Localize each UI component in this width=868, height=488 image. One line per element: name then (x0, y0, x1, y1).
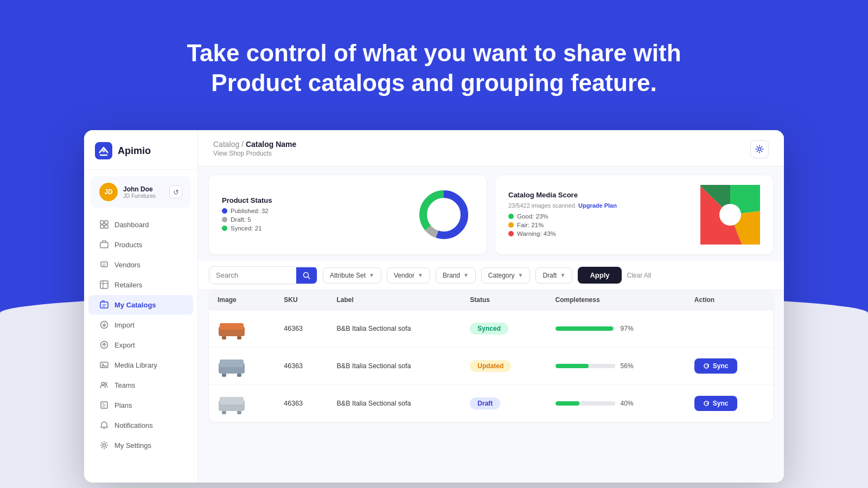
sync-button[interactable]: Sync (694, 396, 737, 411)
products-label: Products (114, 241, 142, 249)
svg-point-13 (102, 364, 104, 365)
vendor-label: Vendor (394, 272, 414, 279)
sidebar-logo-text: Apimio (118, 145, 151, 157)
table-wrapper: Image SKU Label Status Completeness Acti… (198, 290, 784, 483)
sidebar-item-vendors[interactable]: Vendors (88, 255, 193, 274)
progress-bar-fill (556, 326, 614, 331)
product-thumbnail (218, 391, 246, 415)
svg-rect-31 (222, 336, 226, 339)
search-input[interactable] (209, 267, 296, 284)
plans-icon (99, 400, 109, 410)
vendor-filter[interactable]: Vendor ▼ (387, 267, 430, 284)
my-catalogs-label: My Catalogs (114, 301, 156, 309)
nav-menu: Dashboard Products Vendors (84, 210, 197, 483)
view-shop-link[interactable]: View Shop Products (213, 150, 296, 157)
sidebar-item-products[interactable]: Products (88, 235, 193, 254)
svg-point-15 (105, 383, 107, 385)
draft-filter[interactable]: Draft ▼ (535, 267, 572, 284)
brand-filter[interactable]: Brand ▼ (436, 267, 476, 284)
sidebar-item-my-catalogs[interactable]: My Catalogs (88, 295, 193, 314)
clear-all-button[interactable]: Clear All (627, 272, 652, 279)
col-status: Status (461, 290, 546, 310)
table-header-row: Image SKU Label Status Completeness Acti… (209, 290, 773, 310)
import-icon (99, 320, 109, 330)
category-filter[interactable]: Category ▼ (481, 267, 531, 284)
svg-rect-36 (237, 374, 241, 377)
sidebar-item-dashboard[interactable]: Dashboard (88, 215, 193, 234)
search-button[interactable] (296, 267, 317, 284)
search-wrapper (209, 266, 317, 284)
col-completeness: Completeness (547, 290, 686, 310)
media-score-title: Catalog Media Score (508, 191, 617, 199)
progress-bar-fill (556, 364, 589, 368)
svg-rect-38 (220, 397, 244, 404)
svg-rect-40 (237, 411, 241, 414)
cell-label: B&B Italia Sectional sofa (328, 385, 461, 422)
teams-icon (99, 380, 109, 390)
sidebar-item-plans[interactable]: Plans (88, 395, 193, 415)
svg-rect-30 (220, 323, 244, 330)
upgrade-link[interactable]: Upgrade Plan (578, 202, 617, 209)
svg-point-14 (101, 382, 104, 385)
media-score-card: Catalog Media Score 23/5422 images scann… (495, 175, 773, 254)
cell-status: Synced (461, 310, 546, 348)
table-row: 46363 B&B Italia Sectional sofa Updated … (209, 348, 773, 385)
draft-chevron: ▼ (560, 272, 565, 278)
cell-action: Sync (686, 348, 773, 385)
cell-action (686, 310, 773, 348)
logo-icon (95, 142, 112, 159)
refresh-button[interactable]: ↺ (169, 185, 182, 198)
status-badge: Updated (470, 360, 511, 372)
sync-button[interactable]: Sync (694, 358, 737, 374)
sidebar-item-media-library[interactable]: Media Library (88, 355, 193, 375)
svg-rect-3 (105, 221, 108, 224)
draft-dot (222, 217, 227, 222)
settings-button[interactable] (750, 140, 769, 158)
sidebar-item-notifications[interactable]: Notifications (88, 415, 193, 435)
svg-rect-8 (100, 281, 108, 288)
cell-completeness: 56% (547, 348, 686, 385)
plans-label: Plans (114, 401, 132, 409)
col-label: Label (328, 290, 461, 310)
cell-status: Updated (461, 348, 546, 385)
import-label: Import (114, 321, 135, 329)
published-dot (222, 208, 227, 214)
export-icon (99, 340, 109, 350)
product-thumbnail (218, 317, 246, 341)
cell-completeness: 97% (547, 310, 686, 348)
sidebar: Apimio JD John Doe JD Furnitures ↺ Dashb… (84, 130, 198, 483)
good-dot (508, 214, 514, 219)
hero-title: Take control of what you want to share w… (187, 38, 681, 98)
cell-label: B&B Italia Sectional sofa (328, 310, 461, 348)
media-library-label: Media Library (114, 361, 157, 369)
main-content: Catalog / Catalog Name View Shop Product… (198, 130, 784, 483)
warning-stat: Warning: 43% (508, 230, 617, 237)
media-score-pie (700, 185, 760, 245)
user-name: John Doe (123, 185, 164, 193)
sidebar-item-teams[interactable]: Teams (88, 375, 193, 395)
sidebar-item-import[interactable]: Import (88, 315, 193, 335)
attribute-set-filter[interactable]: Attribute Set ▼ (323, 267, 381, 284)
retailers-label: Retailers (114, 281, 142, 289)
synced-dot (222, 226, 227, 231)
media-library-icon (99, 360, 109, 370)
sync-icon (703, 400, 710, 407)
sidebar-item-retailers[interactable]: Retailers (88, 275, 193, 294)
brand-chevron: ▼ (463, 272, 469, 278)
progress-pct: 40% (621, 400, 634, 407)
dashboard-icon (99, 220, 109, 229)
teams-label: Teams (114, 381, 135, 389)
sidebar-item-export[interactable]: Export (88, 335, 193, 355)
notifications-icon (99, 420, 109, 430)
sidebar-item-my-settings[interactable]: My Settings (88, 435, 193, 455)
svg-rect-5 (105, 225, 108, 228)
apply-button[interactable]: Apply (578, 267, 621, 284)
svg-rect-6 (100, 242, 108, 248)
media-score-subtitle: 23/5422 images scanned. Upgrade Plan (508, 202, 617, 209)
category-label: Category (488, 272, 515, 279)
svg-rect-35 (222, 374, 226, 377)
cell-image (209, 310, 275, 348)
vendors-label: Vendors (114, 261, 141, 269)
svg-rect-39 (222, 411, 226, 414)
product-status-card: Product Status Published: 32 Draft: 5 (209, 175, 487, 254)
